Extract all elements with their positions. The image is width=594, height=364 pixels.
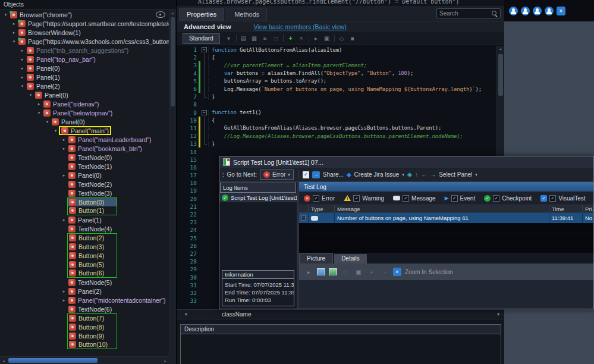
expand-arrow-icon[interactable]: ▸ — [19, 48, 26, 53]
tree-item[interactable]: ▸Panel(0) — [0, 171, 169, 180]
scroll-thumb[interactable] — [8, 358, 98, 363]
editor-toolbar-icon[interactable]: × — [296, 34, 307, 43]
picture-toolbar-icon[interactable] — [317, 268, 325, 275]
tree-item[interactable]: TextNode(4) — [0, 224, 169, 233]
tab-properties[interactable]: Properties — [179, 8, 224, 21]
collapse-panel-icon[interactable]: ▴▴ — [222, 172, 224, 178]
filter-checkpoint[interactable]: ✓✓Checkpoint — [484, 195, 532, 202]
tree-item[interactable]: Button(2) — [0, 233, 169, 242]
collapse-arrow-icon[interactable]: ▾ — [52, 128, 59, 133]
objects-horizontal-scrollbar[interactable]: ◂ ▸ — [0, 356, 169, 364]
remote-user-icon-1[interactable] — [509, 7, 518, 15]
select-panel-label[interactable]: Select Panel — [439, 171, 472, 178]
tree-item[interactable]: ▸Panel(1) — [0, 215, 169, 224]
filter-message[interactable]: ✓Message — [393, 195, 436, 202]
create-jira-issue-label[interactable]: Create Jira Issue — [354, 171, 400, 178]
tree-item[interactable]: TextNode(5) — [0, 278, 169, 287]
close-session-icon[interactable]: × — [557, 7, 565, 15]
expand-arrow-icon[interactable]: ▸ — [61, 218, 67, 222]
log-window-titlebar[interactable]: Script Test Log [Unit1\test1] 07... — [219, 156, 593, 168]
picture-toolbar-icon[interactable]: ▣ — [354, 267, 363, 277]
search-input[interactable] — [437, 10, 491, 17]
tree-item[interactable]: ▾Panel(0) — [0, 117, 169, 126]
tree-item[interactable]: ▸Panel("top_nav_bar") — [0, 55, 169, 64]
remote-user-icon-2[interactable] — [521, 7, 530, 15]
fold-collapse-icon[interactable]: − — [202, 47, 207, 52]
tree-item[interactable]: ▾Panel("main") — [0, 126, 169, 135]
expand-arrow-icon[interactable]: ▸ — [36, 102, 42, 106]
classname-row[interactable]: ▾ className ▾ — [177, 309, 504, 319]
expand-arrow-icon[interactable]: ▸ — [11, 30, 17, 35]
editor-toolbar-icon[interactable]: ▤ — [238, 34, 249, 43]
share-icon[interactable]: → — [312, 171, 320, 178]
picture-toolbar-icon[interactable]: × — [393, 268, 401, 276]
tree-item[interactable]: ▸BrowserWindow(1) — [0, 28, 169, 37]
collapse-arrow-icon[interactable]: ▾ — [19, 84, 26, 89]
chevron-down-icon[interactable]: ▾ — [497, 312, 499, 317]
up-arrow-icon[interactable]: ↑ — [415, 171, 418, 178]
remote-user-icon-3[interactable] — [533, 7, 542, 15]
chevron-down-icon[interactable]: ▾ — [185, 312, 187, 317]
back-arrow-icon[interactable]: ← — [421, 171, 427, 178]
filter-checkbox[interactable]: ✓ — [451, 195, 458, 202]
tree-item[interactable]: ▾Browser("chrome") — [0, 10, 169, 19]
log-table-row[interactable]: Number of buttons on page, using NameMap… — [299, 213, 593, 223]
tree-item[interactable]: ▾Panel("belowtopnav") — [0, 108, 169, 117]
tree-item[interactable]: ▸Panel(2) — [0, 287, 169, 296]
tree-item[interactable]: Button(10) — [0, 340, 169, 349]
type-column-header[interactable]: Type — [309, 205, 335, 212]
tree-item[interactable]: TextNode(1) — [0, 162, 169, 171]
filter-checkbox[interactable]: ✓ — [353, 195, 360, 202]
search-icon[interactable] — [491, 10, 498, 17]
tree-item[interactable]: Button(6) — [0, 269, 169, 278]
forward-arrow-icon[interactable]: → — [430, 171, 436, 178]
editor-toolbar-icon[interactable]: ▦ — [249, 34, 260, 43]
filter-error[interactable]: ×✓Error — [304, 195, 335, 202]
tree-item[interactable]: ▸Panel("tnb_search_suggestions") — [0, 46, 169, 55]
time-column-header[interactable]: Time — [549, 205, 583, 212]
filter-checkbox[interactable]: ✓ — [313, 195, 319, 202]
tree-item[interactable]: Button(0) — [0, 197, 169, 206]
editor-toolbar-icon[interactable]: + — [285, 34, 296, 43]
expand-arrow-icon[interactable]: ▸ — [19, 66, 26, 71]
tree-item[interactable]: Button(7) — [0, 313, 169, 322]
expand-arrow-icon[interactable]: ▸ — [61, 289, 67, 294]
expand-arrow-icon[interactable]: ▸ — [61, 137, 67, 142]
fold-collapse-icon[interactable]: − — [202, 110, 207, 115]
share-label[interactable]: Share... — [323, 171, 344, 178]
scroll-left-icon[interactable]: ◂ — [0, 359, 7, 363]
tree-item[interactable]: ▾Panel(2) — [0, 81, 169, 90]
tree-item[interactable]: Button(4) — [0, 251, 169, 260]
expand-arrow-icon[interactable]: ▸ — [11, 21, 17, 26]
tree-item[interactable]: ▾Panel(0) — [0, 90, 169, 99]
picture-toolbar-icon[interactable]: ▸ — [304, 267, 313, 277]
visibility-eye-icon[interactable] — [156, 11, 165, 18]
tree-item[interactable]: ▸Panel(1) — [0, 73, 169, 81]
expand-arrow-icon[interactable]: ▸ — [19, 57, 26, 62]
tab-picture[interactable]: Picture — [299, 253, 333, 263]
editor-toolbar-icon[interactable]: ≡ — [260, 34, 271, 43]
expand-arrow-icon[interactable]: ▸ — [19, 75, 26, 80]
scroll-up-icon[interactable]: ▴ — [169, 10, 176, 16]
tree-item[interactable]: Button(5) — [0, 260, 169, 269]
tree-item[interactable]: TextNode(2) — [0, 180, 169, 189]
scroll-thumb[interactable] — [171, 17, 175, 106]
expand-arrow-icon[interactable]: ▸ — [61, 173, 67, 178]
tree-item[interactable]: ▸Panel("midcontentadcontainer") — [0, 296, 169, 305]
filter-checkbox[interactable]: ✓ — [403, 195, 409, 202]
collapse-arrow-icon[interactable]: ▾ — [36, 111, 42, 115]
goto-error-button[interactable]: × Error ▾ — [260, 170, 294, 180]
export-log-icon[interactable]: ✓ — [303, 171, 309, 178]
tree-item[interactable]: ▸Panel("sidenav") — [0, 99, 169, 108]
editor-tab-standard[interactable]: Standard — [183, 33, 220, 44]
picture-toolbar-icon[interactable]: + — [367, 267, 376, 277]
tree-item[interactable]: Button(1) — [0, 206, 169, 215]
basic-view-link[interactable]: View basic members (Basic view) — [253, 23, 346, 30]
tree-item[interactable]: ▸Page("https://support.smartbear.com/tes… — [0, 19, 169, 28]
editor-toolbar-icon[interactable]: ◇ — [337, 34, 347, 43]
expand-arrow-icon[interactable]: ▸ — [61, 298, 67, 303]
compare-icon[interactable]: ◈ — [407, 171, 412, 178]
tab-details[interactable]: Details — [334, 254, 367, 263]
tree-item[interactable]: TextNode(3) — [0, 189, 169, 197]
scroll-up-icon[interactable]: ▴ — [497, 46, 504, 52]
